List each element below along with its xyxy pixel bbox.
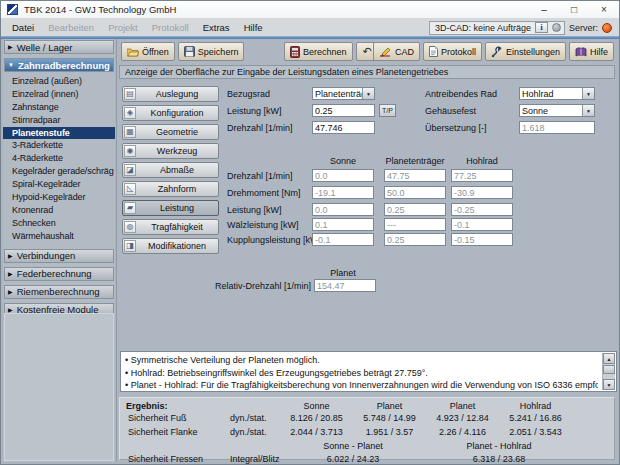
- gehaeusefest-value: Sonne: [520, 106, 548, 116]
- sidebar-item-schnecken[interactable]: Schnecken: [3, 217, 115, 230]
- section-label: Zahnradberechnung: [18, 60, 110, 71]
- protocol-label: Protokoll: [441, 47, 476, 57]
- results-header: Ergebnis:: [126, 401, 168, 411]
- settings-button[interactable]: Einstellungen: [485, 42, 566, 61]
- configuration-icon: ◈: [124, 107, 136, 119]
- nav-tragfaehigkeit-button[interactable]: ◍Tragfähigkeit: [122, 219, 219, 235]
- sidebar-section-welle-lager[interactable]: ▶ Welle / Lager: [4, 40, 114, 54]
- chevron-down-icon: ▼: [8, 62, 14, 68]
- relativ-drehzahl-field: 154.47: [314, 279, 376, 292]
- menu-extras[interactable]: Extras: [196, 22, 237, 33]
- nav-abmasse-button[interactable]: ◪Abmaße: [122, 162, 219, 178]
- sidebar-item-einzelrad-innen[interactable]: Einzelrad (innen): [3, 88, 115, 101]
- planet-header: Planet: [312, 268, 374, 278]
- help-button[interactable]: Hilfe: [569, 42, 614, 61]
- menu-datei[interactable]: Datei: [5, 22, 41, 33]
- minimize-button[interactable]: –: [529, 1, 559, 18]
- sidebar-section-federberechnung[interactable]: ▶ Federberechnung: [4, 267, 114, 281]
- info-button[interactable]: i: [535, 22, 548, 33]
- torque-power-toggle-button[interactable]: T/P: [379, 104, 396, 117]
- scroll-down-icon[interactable]: ▼: [603, 379, 615, 390]
- sidebar-item-kronenrad[interactable]: Kronenrad: [3, 204, 115, 217]
- cad-button[interactable]: CAD: [373, 42, 420, 61]
- settings-wrench-icon: [491, 46, 503, 58]
- table-cell: -0.1: [451, 218, 513, 231]
- nav-werkzeug-button[interactable]: ◉Werkzeug: [122, 143, 219, 159]
- undo-icon: ↶: [362, 45, 371, 58]
- window-title: TBK 2014 - GWJ Technology GmbH: [24, 4, 176, 15]
- dropdown-arrow-icon[interactable]: ▼: [582, 88, 594, 99]
- nav-konfiguration-button[interactable]: ◈Konfiguration: [122, 105, 219, 121]
- table-cell: -0.15: [451, 233, 513, 246]
- message-scrollbar[interactable]: ▲ ▼: [602, 353, 615, 390]
- title-bar: TBK 2014 - GWJ Technology GmbH – □ ×: [1, 1, 619, 19]
- antreibendes-rad-dropdown[interactable]: Hohlrad ▼: [519, 87, 595, 100]
- sidebar-item-spiral-kegelraeder[interactable]: Spiral-Kegelräder: [3, 178, 115, 191]
- document-icon: [429, 46, 438, 57]
- load-capacity-icon: ◍: [124, 221, 136, 233]
- cad-status-box: 3D-CAD: keine Aufträge i: [429, 21, 565, 35]
- calculate-button[interactable]: Berechnen: [284, 42, 353, 61]
- sidebar-item-hypoid-kegelraeder[interactable]: Hypoid-Kegelräder: [3, 191, 115, 204]
- result-value: 8.126 / 20.85: [280, 413, 353, 423]
- bezugsrad-dropdown[interactable]: Planetenträger ▼: [312, 87, 375, 100]
- result-value: 2.051 / 3.543: [499, 427, 572, 437]
- tooth-form-icon: ◺: [124, 183, 136, 195]
- result-value: 6.318 / 23.68: [426, 454, 572, 464]
- sidebar-section-riemenberechnung[interactable]: ▶ Riemenberechnung: [4, 285, 114, 299]
- gehaeusefest-dropdown[interactable]: Sonne ▼: [519, 104, 595, 117]
- sidebar-item-3-raederkette[interactable]: 3-Räderkette: [3, 139, 115, 152]
- sidebar-item-waermehaushalt[interactable]: Wärmehaushalt: [3, 230, 115, 243]
- section-label: Verbindungen: [17, 250, 76, 261]
- modifications-icon: ◨: [124, 240, 136, 252]
- menu-hilfe[interactable]: Hilfe: [237, 22, 270, 33]
- power-icon: ▰: [124, 202, 136, 214]
- sidebar-section-zahnradberechnung[interactable]: ▼ Zahnradberechnung: [4, 58, 114, 72]
- pair-header-planet-hohlrad: Planet - Hohlrad: [426, 441, 572, 451]
- nav-modifikationen-button[interactable]: ◨Modifikationen: [122, 238, 219, 254]
- table-cell: 0.25: [384, 233, 446, 246]
- drehzahl-input[interactable]: [312, 121, 375, 134]
- close-button[interactable]: ×: [589, 1, 619, 18]
- result-value: 5.748 / 14.99: [353, 413, 426, 423]
- nav-zahnform-button[interactable]: ◺Zahnform: [122, 181, 219, 197]
- sidebar-item-4-raederkette[interactable]: 4-Räderkette: [3, 152, 115, 165]
- server-label: Server:: [569, 23, 598, 33]
- table-cell: ---: [384, 218, 446, 231]
- open-button[interactable]: Öffnen: [121, 42, 175, 61]
- message-box: • Symmetrische Verteilung der Planeten m…: [120, 351, 617, 392]
- protocol-button[interactable]: Protokoll: [423, 42, 482, 61]
- nav-auslegung-button[interactable]: ▤Auslegung: [122, 86, 219, 102]
- sidebar-section-verbindungen[interactable]: ▶ Verbindungen: [4, 249, 114, 263]
- main-area: Öffnen Speichern Berechnen ↶ ↷ CAD: [116, 39, 617, 462]
- tool-icon: ◉: [124, 145, 136, 157]
- tolerances-icon: ◪: [124, 164, 136, 176]
- sicherheit-fressen-label: Sicherheit Fressen: [128, 454, 203, 464]
- antreibendes-rad-label: Antreibendes Rad: [425, 89, 497, 99]
- leistung-input[interactable]: [312, 104, 375, 117]
- table-cell: 0.1: [312, 218, 374, 231]
- antreibendes-rad-value: Hohlrad: [520, 89, 554, 99]
- nav-geometrie-button[interactable]: ▦Geometrie: [122, 124, 219, 140]
- sidebar-item-einzelrad-aussen[interactable]: Einzelrad (außen): [3, 75, 115, 88]
- message-line: • Symmetrische Verteilung der Planeten m…: [125, 354, 598, 367]
- results-col-sonne: Sonne: [280, 401, 353, 411]
- settings-label: Einstellungen: [506, 47, 560, 57]
- save-button[interactable]: Speichern: [178, 42, 245, 61]
- table-cell: -30.9: [451, 186, 513, 199]
- sidebar-item-planetenstufe[interactable]: Planetenstufe: [3, 127, 115, 140]
- sidebar-empty-panel: [4, 313, 114, 461]
- sicherheit-fressen-mode: Integral/Blitz: [230, 454, 280, 464]
- scroll-up-icon[interactable]: ▲: [603, 353, 615, 364]
- sidebar-item-stirnradpaar[interactable]: Stirnradpaar: [3, 114, 115, 127]
- sidebar-item-zahnstange[interactable]: Zahnstange: [3, 101, 115, 114]
- dropdown-arrow-icon[interactable]: ▼: [582, 105, 594, 116]
- nav-leistung-button[interactable]: ▰Leistung: [122, 200, 219, 216]
- save-disk-icon: [184, 46, 195, 57]
- window-controls: – □ ×: [529, 1, 619, 18]
- table-cell: 77.25: [451, 169, 513, 182]
- dropdown-arrow-icon[interactable]: ▼: [362, 88, 374, 99]
- maximize-button[interactable]: □: [559, 1, 589, 18]
- sidebar-item-kegelraeder[interactable]: Kegelräder gerade/schräg: [3, 165, 115, 178]
- scrollbar-thumb[interactable]: [603, 365, 615, 374]
